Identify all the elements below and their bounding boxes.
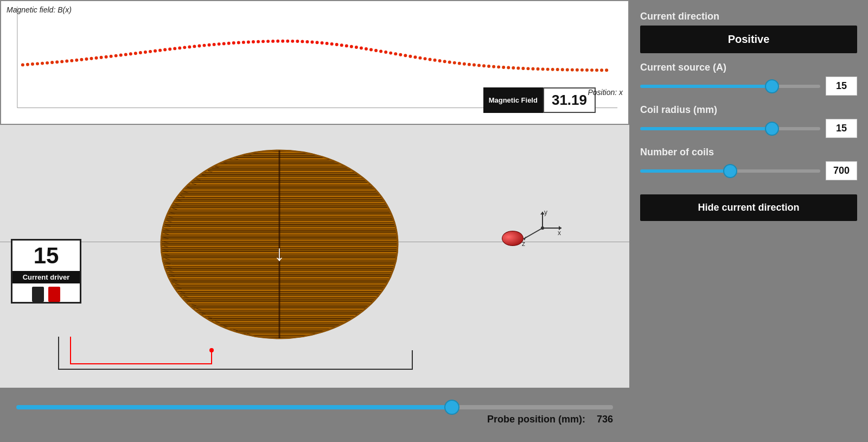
svg-point-41 xyxy=(218,42,221,46)
svg-point-101 xyxy=(512,66,515,70)
hide-current-direction-button[interactable]: Hide current direction xyxy=(640,194,857,221)
svg-point-71 xyxy=(365,47,368,50)
svg-point-1 xyxy=(21,63,24,66)
svg-point-51 xyxy=(266,40,270,43)
coil-radius-label: Coil radius (mm) xyxy=(640,104,857,116)
svg-point-4 xyxy=(36,62,39,65)
magnetic-field-curve xyxy=(21,40,608,72)
svg-point-85 xyxy=(433,59,437,62)
svg-point-65 xyxy=(335,43,339,46)
svg-text:y: y xyxy=(544,209,547,216)
svg-point-106 xyxy=(537,67,540,71)
svg-point-90 xyxy=(458,62,461,65)
current-source-label: Current source (A) xyxy=(640,62,857,73)
num-coils-slider[interactable] xyxy=(640,169,820,173)
svg-point-87 xyxy=(443,60,446,63)
probe-position-slider[interactable] xyxy=(16,405,613,409)
current-driver-box: 15 Current driver xyxy=(11,239,81,304)
svg-point-119 xyxy=(600,68,603,72)
svg-point-32 xyxy=(173,47,176,50)
svg-point-11 xyxy=(70,59,73,62)
current-driver-value: 15 xyxy=(12,241,80,271)
svg-point-33 xyxy=(178,46,181,49)
svg-point-14 xyxy=(85,58,88,61)
svg-point-37 xyxy=(197,45,201,48)
svg-point-80 xyxy=(409,55,412,58)
svg-point-63 xyxy=(326,42,329,45)
svg-point-105 xyxy=(531,67,534,71)
svg-point-81 xyxy=(413,55,417,59)
svg-point-99 xyxy=(502,66,505,69)
svg-text:x: x xyxy=(558,229,561,237)
direction-arrow: ↓ xyxy=(274,241,285,265)
svg-point-270 xyxy=(541,226,544,230)
num-coils-value: 700 xyxy=(826,161,857,180)
svg-point-84 xyxy=(429,58,432,61)
svg-point-42 xyxy=(222,42,226,45)
svg-point-78 xyxy=(399,53,402,56)
svg-point-8 xyxy=(55,60,59,64)
svg-point-10 xyxy=(65,60,68,63)
current-source-slider[interactable] xyxy=(640,85,820,88)
svg-point-91 xyxy=(463,62,466,66)
graph-title: Magnetic field: B(x) xyxy=(7,5,72,14)
svg-point-7 xyxy=(50,61,54,64)
num-coils-row: 700 xyxy=(640,161,857,180)
coil-radius-section: Coil radius (mm) 15 xyxy=(640,104,857,138)
svg-point-72 xyxy=(369,48,373,51)
svg-point-109 xyxy=(551,68,554,71)
svg-text:z: z xyxy=(522,240,525,247)
svg-point-95 xyxy=(482,64,486,67)
svg-point-16 xyxy=(95,56,98,60)
svg-point-52 xyxy=(271,40,275,43)
svg-point-13 xyxy=(80,58,83,61)
svg-point-111 xyxy=(561,68,564,71)
svg-point-104 xyxy=(526,67,529,70)
right-panel: Current direction Positive Current sourc… xyxy=(629,0,868,442)
svg-point-108 xyxy=(546,68,550,71)
svg-point-25 xyxy=(139,51,142,54)
svg-point-94 xyxy=(477,64,481,67)
coil-radius-slider[interactable] xyxy=(640,127,820,130)
field-display: Magnetic Field 31.19 xyxy=(483,87,596,113)
bottom-area: Probe position (mm): 736 xyxy=(0,388,629,442)
svg-point-92 xyxy=(468,63,471,66)
svg-point-103 xyxy=(521,67,525,70)
axis-svg: z y x xyxy=(521,209,564,247)
svg-point-97 xyxy=(492,65,495,68)
current-source-value: 15 xyxy=(826,77,857,96)
svg-point-45 xyxy=(237,41,240,45)
svg-point-118 xyxy=(595,68,598,72)
svg-point-60 xyxy=(310,41,314,44)
current-direction-label: Current direction xyxy=(640,11,857,22)
svg-point-48 xyxy=(252,40,255,43)
current-direction-button[interactable]: Positive xyxy=(640,26,857,53)
probe-position-value: 736 xyxy=(597,414,613,425)
svg-point-82 xyxy=(418,56,422,60)
svg-point-26 xyxy=(144,50,147,54)
svg-point-123 xyxy=(209,348,214,352)
svg-point-23 xyxy=(129,52,132,55)
svg-point-93 xyxy=(473,64,476,67)
solenoid-svg: ↓ xyxy=(146,141,412,348)
svg-point-79 xyxy=(404,54,407,57)
probe-position-label: Probe position (mm): 736 xyxy=(11,414,618,425)
coil-radius-value: 15 xyxy=(826,119,857,138)
connector-red xyxy=(48,287,60,302)
svg-point-115 xyxy=(580,68,584,72)
driver-connectors xyxy=(12,283,80,302)
svg-point-39 xyxy=(208,43,211,47)
svg-point-107 xyxy=(541,67,545,71)
svg-point-19 xyxy=(110,55,113,58)
svg-point-49 xyxy=(257,40,260,43)
current-source-row: 15 xyxy=(640,77,857,96)
svg-point-56 xyxy=(291,40,294,43)
main-simulation-area: Magnetic field: B(x) Magnetic Field 31.1… xyxy=(0,0,629,442)
svg-point-22 xyxy=(124,53,127,56)
svg-point-89 xyxy=(453,61,456,65)
svg-point-9 xyxy=(60,60,63,63)
connector-black xyxy=(32,287,44,302)
svg-point-40 xyxy=(213,43,216,46)
svg-point-28 xyxy=(154,49,157,53)
svg-point-31 xyxy=(168,48,171,51)
